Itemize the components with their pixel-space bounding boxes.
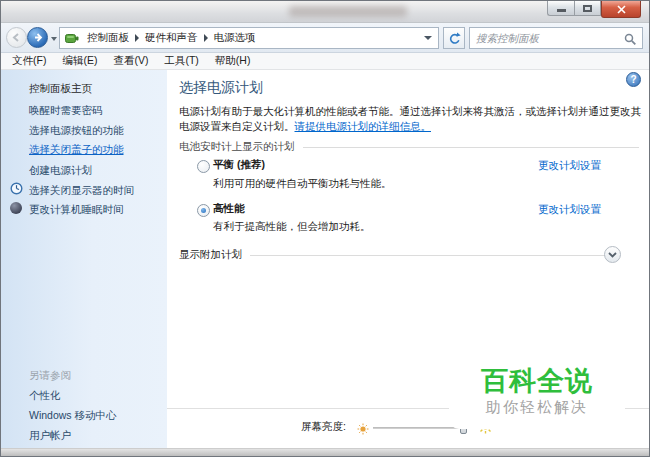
battery-meter-plans-header: 电池安时计上显示的计划 xyxy=(179,140,639,154)
change-plan-settings-link-high-performance[interactable]: 更改计划设置 xyxy=(538,203,601,217)
help-icon: ? xyxy=(630,74,636,85)
radio-balanced[interactable] xyxy=(197,160,210,173)
sleep-moon-icon xyxy=(10,202,22,214)
see-also-header: 另请参阅 xyxy=(29,369,71,383)
sidebar-item-closing-lid-active[interactable]: 选择关闭盖子的功能 xyxy=(29,143,124,157)
power-plan-info-link[interactable]: 请提供电源计划的详细信息。 xyxy=(295,120,432,132)
plan-desc-high-performance: 有利于提高性能，但会增加功耗。 xyxy=(213,220,371,234)
section-divider xyxy=(303,147,640,148)
maximize-icon xyxy=(583,5,592,12)
sidebar-item-password-on-wakeup[interactable]: 唤醒时需要密码 xyxy=(29,104,103,118)
brightness-slider-track[interactable] xyxy=(373,427,465,429)
change-plan-settings-link-balanced[interactable]: 更改计划设置 xyxy=(538,159,601,173)
sidebar-item-control-panel-home[interactable]: 控制面板主页 xyxy=(29,82,92,96)
power-options-window: 控制面板 硬件和声音 电源选项 文件(F) 编辑(E) xyxy=(0,0,650,457)
maximize-button[interactable] xyxy=(574,1,601,16)
power-options-icon xyxy=(65,32,79,44)
recent-pages-chevron[interactable] xyxy=(51,37,57,41)
chevron-down-icon xyxy=(607,251,618,259)
forward-arrow-icon xyxy=(32,32,43,43)
refresh-button[interactable] xyxy=(443,27,465,49)
forward-button[interactable] xyxy=(27,27,48,48)
watermark-card: 百科全说 助你轻松解决 xyxy=(449,353,625,429)
watermark-title: 百科全说 xyxy=(481,366,593,396)
section-header-label: 电池安时计上显示的计划 xyxy=(179,140,295,154)
plan-desc-balanced: 利用可用的硬件自动平衡功耗与性能。 xyxy=(213,177,392,191)
sidebar-item-mobility-center[interactable]: Windows 移动中心 xyxy=(29,409,117,423)
menu-bar: 文件(F) 编辑(E) 查看(V) 工具(T) 帮助(H) xyxy=(1,53,649,70)
breadcrumb-power-options[interactable]: 电源选项 xyxy=(210,31,260,45)
help-button[interactable]: ? xyxy=(626,72,641,87)
show-additional-plans-label[interactable]: 显示附加计划 xyxy=(179,248,242,262)
breadcrumb-separator-icon xyxy=(135,34,139,42)
minimize-icon xyxy=(557,9,566,12)
sidebar-item-create-power-plan[interactable]: 创建电源计划 xyxy=(29,164,92,178)
address-bar[interactable]: 控制面板 硬件和声音 电源选项 xyxy=(59,27,439,49)
expand-plans-button[interactable] xyxy=(604,246,621,263)
search-input[interactable] xyxy=(476,30,616,46)
sidebar: 控制面板主页 唤醒时需要密码 选择电源按钮的功能 选择关闭盖子的功能 创建电源计… xyxy=(1,70,167,450)
clock-icon xyxy=(10,182,23,195)
minimize-button[interactable] xyxy=(547,1,574,16)
sidebar-item-personalization[interactable]: 个性化 xyxy=(29,389,61,403)
intro-text: 电源计划有助于最大化计算机的性能或者节能。通过选择计划来将其激活，或选择计划并通… xyxy=(179,104,641,134)
sidebar-item-computer-sleep[interactable]: 更改计算机睡眠时间 xyxy=(29,203,124,217)
refresh-icon xyxy=(448,32,461,45)
expander-divider xyxy=(250,255,619,256)
plan-name-balanced[interactable]: 平衡 (推荐) xyxy=(213,158,265,172)
show-additional-plans-row: 显示附加计划 xyxy=(179,248,619,262)
sidebar-item-user-accounts[interactable]: 用户帐户 xyxy=(29,429,71,443)
close-button[interactable] xyxy=(601,1,641,18)
breadcrumb-control-panel[interactable]: 控制面板 xyxy=(83,31,133,45)
menu-view[interactable]: 查看(V) xyxy=(105,53,156,69)
titlebar xyxy=(1,1,649,23)
navigation-toolbar: 控制面板 硬件和声音 电源选项 xyxy=(1,23,649,53)
search-icon[interactable] xyxy=(624,32,637,50)
search-box[interactable] xyxy=(469,27,643,49)
breadcrumb-separator-icon xyxy=(204,34,208,42)
radio-high-performance[interactable] xyxy=(197,204,210,217)
back-arrow-icon xyxy=(11,32,22,43)
back-button[interactable] xyxy=(6,27,27,48)
watermark-subtitle: 助你轻松解决 xyxy=(486,398,588,417)
sidebar-item-power-buttons[interactable]: 选择电源按钮的功能 xyxy=(29,124,124,138)
dim-sun-icon xyxy=(357,421,369,439)
menu-tools[interactable]: 工具(T) xyxy=(156,53,206,69)
blurred-window-title xyxy=(289,6,407,17)
brightness-label: 屏幕亮度: xyxy=(301,420,346,434)
close-icon xyxy=(617,5,626,14)
menu-file[interactable]: 文件(F) xyxy=(4,53,54,69)
breadcrumb-hardware-sound[interactable]: 硬件和声音 xyxy=(141,31,202,45)
menu-help[interactable]: 帮助(H) xyxy=(207,53,259,69)
menu-edit[interactable]: 编辑(E) xyxy=(54,53,105,69)
window-controls xyxy=(547,1,641,18)
plan-name-high-performance[interactable]: 高性能 xyxy=(213,202,245,216)
sidebar-item-turn-off-display[interactable]: 选择关闭显示器的时间 xyxy=(29,184,134,198)
window-bottom-frame xyxy=(1,448,649,456)
page-title: 选择电源计划 xyxy=(179,79,263,97)
address-dropdown-icon[interactable] xyxy=(424,36,432,40)
